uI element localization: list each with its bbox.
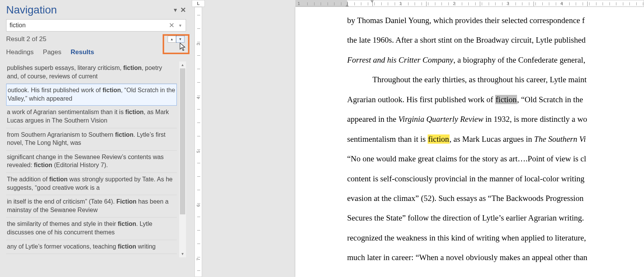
hruler-margin bbox=[296, 0, 347, 7]
pane-options-dropdown-icon[interactable]: ▼ bbox=[173, 7, 178, 13]
search-result-item[interactable]: in itself is the end of criticism” (Tate… bbox=[6, 195, 177, 217]
page-content[interactable]: by Thomas Daniel Young, which provides t… bbox=[347, 11, 639, 268]
search-options-dropdown-icon[interactable]: ▼ bbox=[178, 23, 182, 28]
result-count-row: Result 2 of 25 ▲ ▼ bbox=[6, 35, 186, 43]
navigation-pane: Navigation ▼ ✕ ✕ ▼ Result 2 of 25 ▲ ▼ He… bbox=[0, 0, 191, 277]
search-result-item[interactable]: The addition of fiction was strongly sup… bbox=[6, 173, 177, 195]
previous-result-button[interactable]: ▲ bbox=[168, 36, 176, 43]
scroll-down-icon[interactable]: ▼ bbox=[179, 250, 186, 257]
clear-search-icon[interactable]: ✕ bbox=[169, 21, 175, 30]
search-result-item[interactable]: the similarity of themes and style in th… bbox=[6, 217, 177, 240]
nav-title-row: Navigation ▼ ✕ bbox=[6, 4, 186, 16]
scroll-up-icon[interactable]: ▲ bbox=[179, 61, 186, 68]
results-list-wrap: publishes superb essays, literary critic… bbox=[6, 61, 186, 257]
vertical-ruler[interactable]: 34567 bbox=[194, 7, 202, 277]
horizontal-ruler[interactable]: 11234 bbox=[295, 0, 644, 7]
search-result-item[interactable]: publishes superb essays, literary critic… bbox=[6, 61, 177, 84]
search-result-item[interactable]: any of Lytle’s former vocations, teachin… bbox=[6, 240, 177, 254]
search-input[interactable] bbox=[6, 19, 186, 32]
nav-tabs: HeadingsPagesResults bbox=[6, 48, 186, 56]
search-row: ✕ ▼ bbox=[6, 19, 186, 32]
nav-title: Navigation bbox=[6, 4, 57, 16]
tab-pages[interactable]: Pages bbox=[43, 48, 61, 56]
result-nav-arrows: ▲ ▼ bbox=[168, 36, 184, 43]
search-result-item[interactable]: a work of Agrarian sentimentalism than i… bbox=[6, 106, 177, 128]
results-list: publishes superb essays, literary critic… bbox=[6, 61, 177, 257]
document-page[interactable]: by Thomas Daniel Young, which provides t… bbox=[295, 7, 644, 277]
result-count-label: Result 2 of 25 bbox=[6, 35, 46, 43]
nav-pane-controls: ▼ ✕ bbox=[173, 6, 186, 14]
ruler-area: L 34567 bbox=[191, 0, 206, 277]
search-result-item[interactable]: significant change in the Sewanee Review… bbox=[6, 151, 177, 173]
search-result-item[interactable]: outlook. His first published work of fic… bbox=[6, 84, 177, 106]
tab-results[interactable]: Results bbox=[71, 48, 94, 56]
scroll-thumb[interactable] bbox=[180, 68, 185, 214]
next-result-button[interactable]: ▼ bbox=[176, 36, 184, 43]
search-result-item[interactable]: from Southern Agrarianism to Southern fi… bbox=[6, 128, 177, 151]
tab-selector[interactable]: L bbox=[192, 0, 205, 7]
results-scrollbar[interactable]: ▲ ▼ bbox=[179, 61, 186, 257]
close-pane-icon[interactable]: ✕ bbox=[180, 6, 186, 14]
first-line-indent-marker[interactable] bbox=[370, 0, 374, 3]
tab-headings[interactable]: Headings bbox=[6, 48, 34, 56]
